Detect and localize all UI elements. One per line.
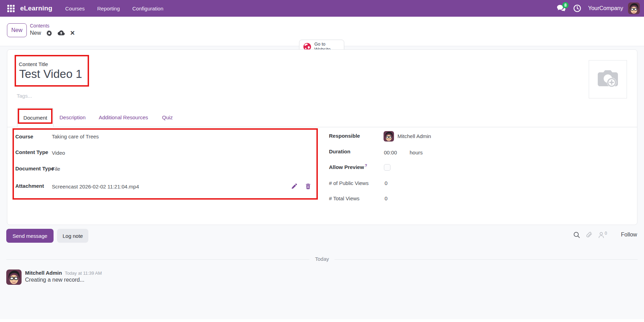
edit-pencil-icon[interactable] <box>291 183 297 189</box>
total-views-label: # Total Views <box>329 195 388 201</box>
menu-configuration[interactable]: Configuration <box>128 3 168 14</box>
allow-preview-label: Allow Preview? <box>329 163 385 170</box>
allow-preview-checkbox[interactable] <box>384 164 391 171</box>
apps-grid-icon[interactable] <box>5 2 17 14</box>
follow-button[interactable]: Follow <box>621 232 637 238</box>
company-switcher[interactable]: YourCompany <box>588 5 623 11</box>
go-to-website-label-line1: Go to <box>314 41 331 47</box>
message-body: Creating a new record... <box>25 277 84 283</box>
tab-description[interactable]: Description <box>59 114 86 120</box>
tabbar-divider <box>7 127 637 127</box>
content-image-upload[interactable] <box>589 60 627 98</box>
chatter: Send message Log note 0 Follow Today Mit… <box>0 225 644 319</box>
top-navbar: eLearning Courses Reporting Configuratio… <box>0 0 644 17</box>
attachments-paperclip-icon[interactable] <box>586 231 593 238</box>
public-views-label: # of Public Views <box>329 180 388 186</box>
send-message-button[interactable]: Send message <box>6 229 54 243</box>
bottom-strip <box>0 319 644 322</box>
duration-label: Duration <box>329 148 385 154</box>
tab-quiz[interactable]: Quiz <box>162 114 173 120</box>
tab-document[interactable]: Document <box>17 107 54 127</box>
course-label: Course <box>15 134 57 139</box>
breadcrumb: Contents New × <box>30 23 75 36</box>
responsible-value[interactable]: Mitchell Admin <box>397 133 431 139</box>
help-marker[interactable]: ? <box>365 163 367 168</box>
today-divider-label: Today <box>309 256 335 262</box>
content-title-label: Content Title <box>19 61 48 67</box>
responsible-label: Responsible <box>329 133 385 139</box>
content-title-input[interactable]: Test Video 1 <box>19 67 82 81</box>
delete-trash-icon[interactable] <box>305 183 311 189</box>
settings-gear-icon[interactable] <box>46 30 52 36</box>
app-title[interactable]: eLearning <box>20 5 53 12</box>
log-note-button[interactable]: Log note <box>57 229 88 243</box>
document-type-value[interactable]: File <box>52 166 60 172</box>
messages-icon[interactable]: 8 <box>555 2 568 15</box>
course-value[interactable]: Taking care of Trees <box>52 134 99 139</box>
activities-clock-icon[interactable] <box>571 2 584 15</box>
menu-courses[interactable]: Courses <box>61 3 89 14</box>
duration-unit: hours <box>410 150 423 155</box>
message-author-avatar[interactable] <box>6 269 22 286</box>
responsible-avatar[interactable] <box>384 131 394 142</box>
search-messages-icon[interactable] <box>573 232 580 238</box>
attachment-label: Attachment <box>15 183 57 189</box>
followers-icon[interactable]: 0 <box>598 232 607 238</box>
menu-reporting[interactable]: Reporting <box>92 3 124 14</box>
attachment-value[interactable]: Screencast 2026-02-02 11:21:04.mp4 <box>52 184 139 190</box>
camera-plus-icon <box>596 70 619 89</box>
message-timestamp: Today at 11:39 AM <box>65 271 102 276</box>
new-button[interactable]: New <box>7 23 27 37</box>
user-avatar[interactable] <box>628 2 640 14</box>
followers-count: 0 <box>605 231 607 236</box>
message-author[interactable]: Mitchell Admin <box>25 270 62 276</box>
public-views-value: 0 <box>385 180 387 186</box>
breadcrumb-contents-link[interactable]: Contents <box>30 23 75 29</box>
tab-document-label: Document <box>23 115 47 121</box>
content-type-label: Content Type <box>15 149 57 155</box>
total-views-value: 0 <box>385 195 387 201</box>
content-type-value[interactable]: Video <box>52 150 65 156</box>
messages-count-badge: 8 <box>562 2 569 8</box>
tab-additional-resources[interactable]: Additional Resources <box>99 114 148 120</box>
document-type-label: Document Type <box>15 166 57 171</box>
discard-icon[interactable]: × <box>70 30 75 36</box>
control-panel: New Contents New × <box>0 17 644 46</box>
tags-input[interactable] <box>17 93 121 99</box>
save-cloud-icon[interactable] <box>57 30 65 36</box>
form-sheet: Content Title Test Video 1 Document Desc… <box>7 49 637 225</box>
breadcrumb-current: New <box>30 30 41 36</box>
duration-input[interactable]: 00:00 <box>384 150 397 155</box>
